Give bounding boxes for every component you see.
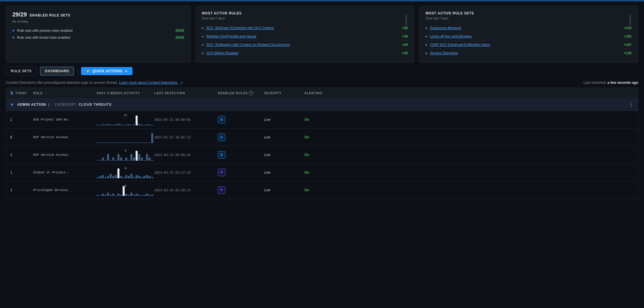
category-value: Cloud Threats <box>78 103 111 107</box>
chart-bar <box>107 176 109 178</box>
rule-link[interactable]: Register-CimProvider.exe Abuse <box>206 34 398 38</box>
chart-bar <box>149 142 151 143</box>
today-count: 0 <box>10 135 33 139</box>
chart-bar <box>146 124 148 125</box>
enabled-rules-badge: P <box>218 169 264 176</box>
chart-bar <box>112 176 114 178</box>
rule-set-link[interactable]: Service Disruption <box>430 51 620 55</box>
chart-bar <box>130 125 132 125</box>
chart-bar <box>125 157 127 161</box>
chart-bar <box>138 195 140 196</box>
peak-label: 9 <box>125 167 126 170</box>
chart-bar <box>115 160 117 161</box>
chart-bar <box>123 177 125 178</box>
chart-bar <box>130 154 132 161</box>
chart-bar <box>112 157 114 161</box>
bullet-icon <box>202 53 203 54</box>
rule-set-link[interactable]: CDIR SCC Enhanced Exfiltration Alerts <box>430 43 620 47</box>
rule-name: Global or Project-… <box>33 171 97 174</box>
chart-bar <box>104 125 106 125</box>
chart-bar <box>123 142 125 143</box>
chart-bar <box>125 142 127 143</box>
chart-bar <box>102 142 104 143</box>
chart-bar <box>115 175 117 178</box>
bullet-icon <box>426 44 427 46</box>
sort-asc-icon[interactable]: ↑ <box>45 91 47 95</box>
sort-icon[interactable]: ⇅ <box>10 91 14 95</box>
broad-rules-count: 29/29 <box>175 36 184 40</box>
bullet-icon <box>202 44 203 46</box>
chart-bar <box>97 160 99 161</box>
chart-bar <box>102 124 104 125</box>
today-count: 1 <box>10 118 33 122</box>
chart-bar <box>136 194 138 196</box>
table-row[interactable]: 0 GCP Service Accoun… 2023-02-22 10:02:1… <box>6 129 638 146</box>
mini-chart <box>97 131 154 143</box>
rule-link[interactable]: SCC: Exfiltration with Context on Relate… <box>206 43 398 47</box>
list-item: Register-CimProvider.exe Abuse +48 <box>202 32 408 41</box>
precise-rules-count: 29/29 <box>175 29 184 33</box>
table-row[interactable]: 1 Privileged Service… 9 2023-03-23 03:28… <box>6 181 638 199</box>
category-row[interactable]: ▼ ADMIN ACTION | Category: Cloud Threats… <box>6 98 638 111</box>
bullet-icon <box>426 53 427 54</box>
scrollbar[interactable] <box>405 14 407 26</box>
last-detection: 2023-02-22 10:02:12 <box>154 136 218 139</box>
chart-bar <box>149 157 151 161</box>
today-count: 1 <box>10 153 33 157</box>
chart-bar <box>141 157 143 161</box>
chart-bar <box>123 160 125 161</box>
rule-name: GCP Service Accoun… <box>33 136 97 139</box>
table-row[interactable]: 1 GCP Service Accoun… 3 2023-03-23 04:00… <box>6 146 638 164</box>
chart-bar <box>146 154 148 161</box>
chart-bar <box>125 175 127 178</box>
chart-bar <box>104 177 106 178</box>
rule-count: +40 <box>402 51 408 55</box>
divider <box>77 68 78 75</box>
chart-bar <box>102 157 104 161</box>
rule-set-link[interactable]: Suspicious Behavior <box>430 26 620 30</box>
chart-bar <box>128 160 130 161</box>
chart-bar <box>112 125 114 125</box>
chart-bar <box>99 125 101 125</box>
chart-bar <box>97 177 99 178</box>
chart-bar <box>128 142 130 143</box>
chart-bar <box>146 142 148 143</box>
help-icon[interactable]: ? <box>249 91 253 95</box>
chart-bar <box>112 194 114 196</box>
rule-badge: P <box>218 186 225 194</box>
chart-bar <box>117 168 119 178</box>
learn-more-link[interactable]: Learn more about Curated Detections. <box>119 81 178 85</box>
chart-bar <box>136 175 138 178</box>
rule-name: GCE Project SSH Ke… <box>33 118 97 121</box>
rule-sets-tab[interactable]: RULE SETS <box>6 67 37 75</box>
list-item: Service Disruption +130 <box>426 49 632 57</box>
rule-set-link[interactable]: Living off the Land Binaries <box>430 34 620 38</box>
table-row[interactable]: 1 GCE Project SSH Ke… 27 2023-03-23 04:0… <box>6 111 638 129</box>
chart-bar <box>97 125 99 125</box>
rule-link[interactable]: SCC: BigQuery Extraction with DLP Contex… <box>206 26 398 30</box>
rule-badge: P <box>218 169 225 176</box>
today-count: 1 <box>10 170 33 175</box>
chart-bar <box>130 174 132 178</box>
category-name: ADMIN ACTION <box>17 103 46 107</box>
last-detection: 2023-03-23 04:00:35 <box>154 153 218 157</box>
table-row[interactable]: 1 Global or Project-… 9 2023-03-23 03:27… <box>6 164 638 181</box>
chart-bar <box>151 160 153 161</box>
list-item: CDIR SCC Enhanced Exfiltration Alerts +1… <box>426 41 632 49</box>
severity-value: Low <box>264 170 304 175</box>
bullet-icon <box>426 27 427 29</box>
rule-link[interactable]: GCP Billing Disabled <box>206 51 398 55</box>
col-rule: RULE ↑ <box>33 91 97 95</box>
dashboard-tab[interactable]: DASHBOARD <box>40 67 74 75</box>
more-options-icon[interactable]: ⋮ <box>628 101 634 108</box>
chart-bar <box>141 142 143 143</box>
scrollbar[interactable] <box>629 14 631 26</box>
quick-actions-button[interactable]: ⚡ QUICK ACTIONS ▼ <box>81 67 132 75</box>
precise-rules-row: Rule sets with precise rules enabled 29/… <box>12 27 184 34</box>
info-text: Curated Detections offer preconfigured d… <box>6 81 184 85</box>
alerting-status: On <box>304 153 339 157</box>
chart-bar <box>138 154 140 161</box>
rule-name: GCP Service Accoun… <box>33 153 97 157</box>
alerting-status: On <box>304 170 339 175</box>
chart-bar <box>151 133 153 143</box>
